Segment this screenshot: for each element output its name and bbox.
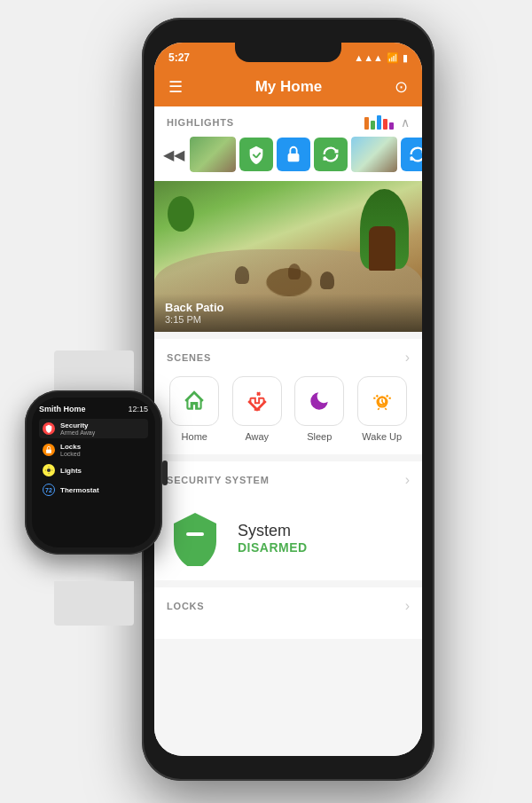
- security-chevron-icon[interactable]: ›: [405, 472, 410, 488]
- watch-band-bottom: [54, 581, 134, 626]
- highlights-section: HIGHLIGHTS ∧: [154, 106, 422, 332]
- scene-wakeup-label: Wake Up: [362, 431, 402, 442]
- security-header: SECURITY SYSTEM ›: [154, 461, 422, 495]
- scenes-section: SCENES ›: [154, 339, 422, 454]
- scenes-label: SCENES: [167, 352, 211, 363]
- settings-icon[interactable]: ⊙: [395, 77, 408, 97]
- scene-away-label: Away: [245, 431, 269, 442]
- highlights-label: HIGHLIGHTS: [167, 117, 234, 128]
- lock-thumbnail[interactable]: [277, 138, 310, 171]
- watch-home-name: Smith Home: [39, 405, 86, 413]
- camera-feed[interactable]: Back Patio 3:15 PM: [154, 181, 422, 332]
- watch-items: Security Armed Away Locks Locked: [39, 419, 148, 499]
- watch-security-name: Security: [60, 421, 95, 429]
- watch-device: Smith Home 12:15 Security Armed Away: [16, 390, 171, 586]
- watch-security-status: Armed Away: [60, 429, 95, 436]
- highlights-controls: ∧: [364, 115, 410, 130]
- svg-point-14: [47, 468, 51, 472]
- scene-home-label: Home: [182, 431, 207, 442]
- bar-1: [364, 117, 369, 130]
- scenes-chevron-icon[interactable]: ›: [405, 350, 410, 366]
- security-label: SECURITY SYSTEM: [167, 475, 270, 485]
- watch-time: 12:15: [128, 405, 148, 413]
- watch-thermostat-name: Thermostat: [60, 486, 99, 494]
- camera-label: Back Patio: [165, 301, 411, 314]
- app-header: ☰ My Home ⊙: [154, 67, 422, 106]
- thumbnail-1[interactable]: [190, 137, 236, 172]
- scene-home-button[interactable]: [169, 376, 219, 426]
- status-icons: ▲▲▲ 📶 ▮: [354, 52, 408, 64]
- watch-thermostat-value: 72: [45, 487, 52, 493]
- security-thumbnail[interactable]: [239, 138, 273, 171]
- scene-home[interactable]: Home: [167, 376, 223, 442]
- menu-icon[interactable]: ☰: [168, 77, 183, 97]
- scenes-header: SCENES ›: [154, 339, 422, 373]
- scene-wakeup-button[interactable]: [357, 376, 407, 426]
- thumbnails-row: ◀◀: [154, 137, 422, 181]
- svg-line-11: [382, 402, 384, 404]
- locks-header: LOCKS ›: [154, 587, 422, 621]
- security-system-name: System: [238, 522, 410, 540]
- watch-item-locks[interactable]: Locks Locked: [39, 440, 148, 460]
- signal-icon: ▲▲▲: [354, 52, 383, 63]
- security-section: SECURITY SYSTEM › System DISARMED: [154, 461, 422, 580]
- watch-item-thermostat[interactable]: 72 Thermostat: [39, 481, 148, 499]
- watch-light-icon: [43, 464, 55, 476]
- camera-time: 3:15 PM: [165, 314, 411, 325]
- phone-notch: [235, 43, 341, 62]
- watch-locks-name: Locks: [60, 443, 81, 451]
- security-info: System DISARMED: [238, 522, 410, 555]
- svg-rect-13: [46, 450, 51, 453]
- wifi-icon: 📶: [387, 52, 399, 64]
- phone-body: 5:27 ▲▲▲ 📶 ▮ ☰ My Home ⊙ HIGHLIGHTS: [142, 18, 434, 781]
- watch-security-icon: [43, 422, 55, 435]
- battery-icon: ▮: [403, 52, 408, 64]
- phone-device: 5:27 ▲▲▲ 📶 ▮ ☰ My Home ⊙ HIGHLIGHTS: [142, 18, 434, 781]
- color-bars: [364, 115, 394, 130]
- watch-thermostat-text: Thermostat: [60, 486, 99, 494]
- scenes-row: Home Aw: [154, 373, 422, 454]
- bar-2: [371, 121, 375, 130]
- locks-chevron-icon[interactable]: ›: [405, 598, 410, 614]
- thumbnail-2[interactable]: [351, 137, 397, 172]
- watch-item-security[interactable]: Security Armed Away: [39, 419, 148, 438]
- phone-screen: 5:27 ▲▲▲ 📶 ▮ ☰ My Home ⊙ HIGHLIGHTS: [154, 43, 422, 756]
- highlights-collapse-icon[interactable]: ∧: [401, 115, 410, 130]
- scene-wakeup[interactable]: Wake Up: [355, 376, 411, 442]
- highlights-header: HIGHLIGHTS ∧: [154, 106, 422, 137]
- scene-sleep-button[interactable]: [294, 376, 344, 426]
- bar-5: [389, 122, 394, 130]
- watch-lights-name: Lights: [60, 467, 82, 475]
- svg-rect-12: [186, 532, 204, 536]
- back-icon[interactable]: ◀◀: [161, 146, 186, 163]
- header-title: My Home: [255, 78, 323, 96]
- bar-3: [377, 115, 381, 130]
- app-content: HIGHLIGHTS ∧: [154, 106, 422, 756]
- svg-line-5: [376, 396, 378, 398]
- refresh-2-thumbnail[interactable]: [401, 138, 422, 171]
- watch-body: Smith Home 12:15 Security Armed Away: [25, 390, 162, 555]
- watch-lock-icon: [43, 444, 55, 456]
- watch-crown: [162, 461, 168, 485]
- locks-section: LOCKS ›: [154, 587, 422, 639]
- scene-away-button[interactable]: [232, 376, 282, 426]
- scene-away[interactable]: Away: [230, 376, 286, 442]
- watch-header: Smith Home 12:15: [39, 405, 148, 413]
- watch-band-top: [54, 350, 134, 395]
- watch-item-lights[interactable]: Lights: [39, 461, 148, 479]
- security-content: System DISARMED: [154, 495, 422, 580]
- security-shield-icon: [167, 509, 223, 566]
- watch-locks-status: Locked: [60, 451, 81, 457]
- watch-locks-text: Locks Locked: [60, 443, 81, 457]
- watch-security-text: Security Armed Away: [60, 421, 95, 436]
- watch-screen: Smith Home 12:15 Security Armed Away: [32, 398, 155, 547]
- bar-4: [383, 119, 387, 130]
- refresh-1-thumbnail[interactable]: [314, 138, 348, 171]
- svg-rect-2: [288, 154, 300, 161]
- camera-overlay: Back Patio 3:15 PM: [154, 294, 422, 332]
- locks-label: LOCKS: [167, 601, 205, 611]
- watch-lights-text: Lights: [60, 467, 82, 475]
- svg-line-6: [387, 396, 388, 398]
- scene-sleep[interactable]: Sleep: [292, 376, 348, 442]
- security-status-badge: DISARMED: [238, 540, 410, 555]
